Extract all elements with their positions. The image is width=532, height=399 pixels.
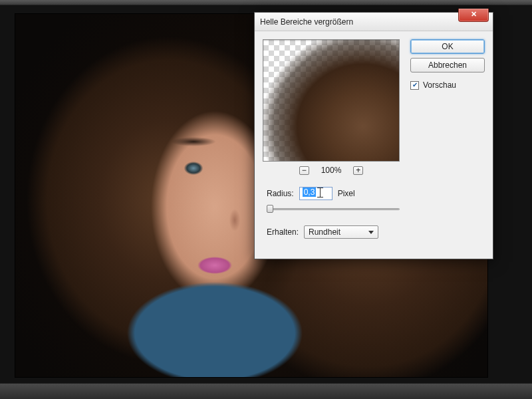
cancel-label: Abbrechen bbox=[428, 61, 467, 70]
erhalten-dropdown[interactable]: Rundheit bbox=[304, 225, 378, 239]
zoom-in-button[interactable]: + bbox=[353, 166, 363, 175]
text-cursor-icon bbox=[317, 188, 323, 198]
erhalten-label: Erhalten: bbox=[267, 227, 299, 237]
app-toolbar bbox=[0, 0, 532, 5]
close-button[interactable]: ✕ bbox=[458, 9, 489, 22]
radius-input[interactable]: 0,3 bbox=[299, 187, 332, 200]
check-icon: ✔ bbox=[412, 82, 418, 88]
zoom-controls: − 100% + bbox=[263, 166, 400, 175]
erhalten-value: Rundheit bbox=[309, 227, 340, 237]
dialog-title: Helle Bereiche vergrößern bbox=[260, 17, 353, 27]
dialog-helle-bereiche: Helle Bereiche vergrößern ✕ − 100% + Rad… bbox=[254, 12, 493, 259]
radius-value: 0,3 bbox=[303, 188, 317, 197]
preview-checkbox[interactable]: ✔ bbox=[410, 81, 419, 90]
ok-label: OK bbox=[442, 42, 453, 51]
filter-preview[interactable] bbox=[263, 39, 400, 162]
minus-icon: − bbox=[302, 166, 307, 174]
radius-slider[interactable] bbox=[267, 204, 400, 213]
dialog-buttons: OK Abbrechen ✔ Vorschau bbox=[410, 39, 485, 90]
preview-toggle-row: ✔ Vorschau bbox=[410, 80, 485, 90]
dialog-titlebar[interactable]: Helle Bereiche vergrößern ✕ bbox=[255, 13, 493, 31]
plus-icon: + bbox=[356, 166, 360, 174]
zoom-level: 100% bbox=[321, 166, 342, 175]
radius-unit: Pixel bbox=[338, 189, 355, 198]
ok-button[interactable]: OK bbox=[410, 39, 485, 54]
erhalten-row: Erhalten: Rundheit bbox=[267, 225, 378, 239]
chevron-down-icon bbox=[368, 231, 374, 234]
zoom-out-button[interactable]: − bbox=[299, 166, 309, 175]
status-bar bbox=[0, 383, 532, 399]
preview-label: Vorschau bbox=[423, 80, 456, 90]
close-icon: ✕ bbox=[471, 10, 477, 18]
radius-row: Radius: 0,3 Pixel bbox=[267, 187, 355, 200]
cancel-button[interactable]: Abbrechen bbox=[410, 58, 485, 72]
radius-label: Radius: bbox=[267, 189, 294, 198]
slider-thumb[interactable] bbox=[267, 205, 273, 213]
slider-track bbox=[267, 208, 400, 210]
